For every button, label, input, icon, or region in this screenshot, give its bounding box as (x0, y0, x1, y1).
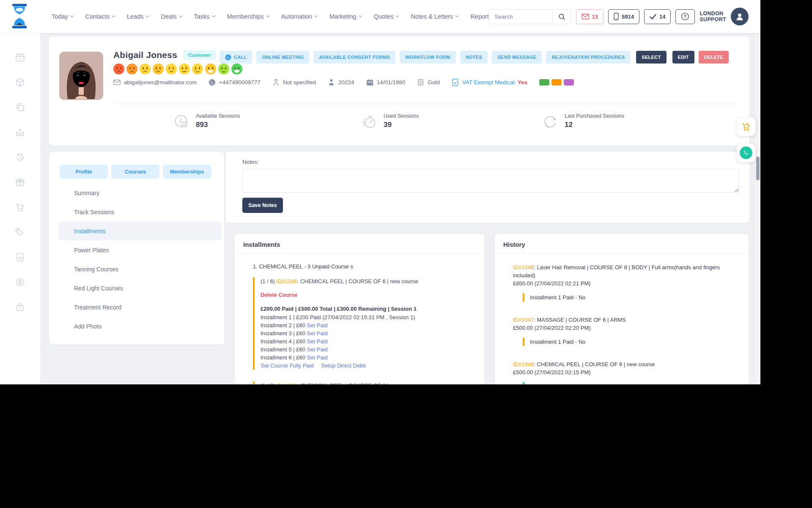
course-id-link[interactable]: ID#1022 (277, 382, 297, 384)
calls-badge[interactable]: 5914 (608, 9, 639, 24)
chevron-down-icon (395, 15, 399, 18)
search-button[interactable] (552, 10, 571, 24)
installment-line: Installment 4 | £60 Set Paid (261, 337, 474, 345)
chevron-down-icon (70, 15, 74, 18)
scrollbar-track[interactable] (755, 33, 760, 384)
workflow-form-button[interactable]: WORKFLOW FORM (400, 51, 456, 64)
tab-memberships[interactable]: Memberships (163, 165, 211, 179)
menu-item-treatment-record[interactable]: Treatment Record (58, 298, 222, 317)
send-message-button[interactable]: SEND MESSAGE (492, 51, 542, 64)
nav-item-quotes[interactable]: Quotes (374, 13, 400, 20)
smiley-7-icon[interactable] (192, 64, 203, 75)
menu-item-red-light-courses[interactable]: Red Light Courses (58, 279, 222, 298)
smiley-1-icon[interactable] (113, 64, 124, 75)
header-divider (113, 104, 738, 104)
copy-icon[interactable] (15, 102, 25, 113)
tab-courses[interactable]: Courses (111, 165, 159, 179)
lock-icon[interactable] (15, 302, 25, 312)
menu-item-summary[interactable]: Summary (58, 183, 222, 202)
search-input[interactable] (489, 10, 552, 24)
history-id-link[interactable]: ID#1046 (513, 361, 534, 367)
delete-course-link[interactable]: Delete Course (261, 291, 474, 299)
floating-call-button[interactable] (737, 144, 755, 162)
account-icon[interactable] (15, 277, 25, 287)
set-paid-link[interactable]: Set Paid (307, 338, 328, 345)
history-icon[interactable] (15, 152, 25, 163)
calendar-icon[interactable]: 12 (15, 52, 25, 63)
customer-vat-status[interactable]: VAT Exempt Medical: Yes (452, 79, 528, 86)
select-button[interactable]: SELECT (636, 51, 666, 64)
history-id-link[interactable]: ID#1048 (513, 264, 534, 271)
nav-item-leads[interactable]: Leads (127, 13, 150, 20)
help-button[interactable]: ? (675, 9, 695, 24)
delete-button[interactable]: DELETE (699, 51, 729, 64)
consent-forms-button[interactable]: AVAILABLE CONSENT FORMS (313, 51, 395, 64)
smiley-3-icon[interactable] (140, 64, 151, 75)
online-meeting-button[interactable]: ONLINE MEETING (256, 51, 309, 64)
stat-label: Last Purchased Sessions (565, 113, 624, 119)
customer-photo[interactable] (59, 52, 103, 100)
tag-icon[interactable] (15, 227, 25, 237)
set-paid-link[interactable]: Set Paid (307, 346, 328, 353)
smiley-10-icon[interactable] (231, 64, 242, 75)
course-id-link[interactable]: ID#1046 (277, 278, 297, 284)
save-notes-button[interactable]: Save Notes (242, 198, 283, 213)
nav-item-notes-letters[interactable]: Notes & Letters (411, 13, 459, 20)
nav-item-deals[interactable]: Deals (161, 13, 182, 20)
user-avatar[interactable] (731, 8, 749, 25)
nav-item-today[interactable]: Today (52, 13, 74, 20)
history-entry: ID#1048: Laser Hair Removal | COURSE OF … (513, 263, 738, 302)
side-panel-tabs: Profile Courses Memberships (60, 165, 211, 179)
menu-item-installments[interactable]: Installments (58, 221, 222, 240)
edit-button[interactable]: EDIT (672, 51, 694, 64)
notes-button[interactable]: NOTES (460, 51, 488, 64)
messages-badge[interactable]: 13 (576, 9, 604, 24)
chevron-down-icon (145, 15, 149, 18)
smiley-2-icon[interactable] (126, 64, 137, 75)
set-paid-link[interactable]: Set Paid (307, 322, 328, 329)
call-button[interactable]: CALL (219, 51, 252, 64)
customer-email[interactable]: abigailjones@mailinator.com (113, 79, 197, 86)
course-block: (1 / 6) ID#1022: CHEMICAL PEEL | COURSE … (253, 381, 474, 384)
cart-icon[interactable] (15, 202, 25, 213)
envelope-icon (113, 79, 121, 86)
smiley-4-icon[interactable] (153, 64, 164, 75)
nav-item-automation[interactable]: Automation (281, 13, 318, 20)
tab-profile[interactable]: Profile (60, 165, 108, 179)
app-logo-hourglass-icon[interactable] (9, 4, 30, 28)
customer-phone[interactable]: +447490009777 (208, 79, 261, 86)
smiley-5-icon[interactable] (166, 64, 177, 75)
history-amount: £500.00 (27/04/2022 02:15 PM) (513, 368, 738, 376)
gift-icon[interactable] (15, 177, 25, 188)
menu-item-tanning-courses[interactable]: Tanning Courses (58, 260, 222, 279)
set-paid-link[interactable]: Set Paid (307, 330, 328, 337)
nav-item-tasks[interactable]: Tasks (194, 13, 216, 20)
scrollbar-thumb[interactable] (756, 157, 760, 180)
nav-item-memberships[interactable]: Memberships (227, 13, 270, 20)
history-id-link[interactable]: ID#1047 (513, 317, 534, 323)
setup-direct-debit-link[interactable]: Setup Direct Debit (321, 362, 366, 369)
rejuvenation-procedures-button[interactable]: REJUVENATION PROCEDURES (546, 51, 630, 64)
package-icon[interactable] (15, 77, 25, 88)
report-icon[interactable] (15, 252, 25, 262)
tag-chip-orange[interactable] (551, 79, 562, 86)
notes-textarea[interactable] (242, 169, 739, 193)
smiley-8-icon[interactable] (205, 64, 216, 75)
inbox-icon[interactable] (15, 127, 25, 138)
customer-dob: 14/01/1980 (366, 79, 406, 86)
set-course-fully-paid-link[interactable]: Set Course Fully Paid (261, 362, 314, 369)
tasks-badge[interactable]: 14 (644, 9, 671, 24)
menu-item-add-photo[interactable]: Add Photo (58, 317, 222, 336)
menu-item-track-sessions[interactable]: Track Sessions (58, 202, 222, 221)
smiley-9-icon[interactable] (218, 64, 229, 75)
tier-icon (417, 79, 424, 86)
set-paid-link[interactable]: Set Paid (307, 354, 328, 361)
nav-item-marketing[interactable]: Marketing (329, 13, 362, 20)
tag-chip-purple[interactable] (564, 79, 574, 86)
floating-cart-button[interactable] (737, 117, 755, 136)
tag-chip-green[interactable] (539, 79, 549, 86)
smiley-6-icon[interactable] (179, 64, 190, 75)
nav-item-contacts[interactable]: Contacts (85, 13, 115, 20)
phone-icon (208, 79, 216, 86)
menu-item-power-plates[interactable]: Power Plates (58, 240, 222, 260)
